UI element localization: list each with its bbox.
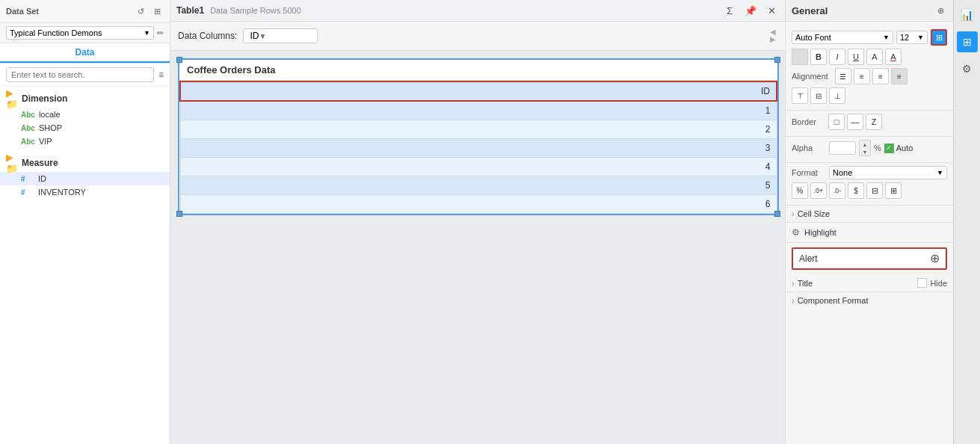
italic-btn[interactable]: I — [829, 49, 845, 65]
refresh-icon[interactable]: ↺ — [134, 4, 147, 18]
highlight-section[interactable]: ⚙ Highlight — [786, 223, 953, 243]
table-row: 3 — [180, 139, 777, 158]
border-width-btn[interactable]: — — [847, 114, 863, 130]
valign-bottom-btn[interactable]: ⊥ — [829, 87, 845, 104]
align-justify-btn[interactable]: ≡ — [891, 68, 907, 84]
settings-icon[interactable]: ⚙ — [957, 58, 978, 79]
search-input[interactable] — [6, 67, 154, 82]
check-icon: ✓ — [886, 144, 892, 152]
bold-btn[interactable]: B — [810, 49, 827, 65]
close-icon[interactable]: ✕ — [764, 3, 779, 18]
currency-btn[interactable]: $ — [848, 182, 864, 199]
cell-4: 4 — [180, 158, 777, 176]
alpha-input[interactable]: 0 — [829, 141, 856, 155]
dataset-title: Data Set — [6, 7, 39, 16]
cell-size-arrow: › — [792, 209, 795, 218]
italic-icon: I — [836, 52, 838, 61]
handle-bottom-right[interactable] — [774, 211, 780, 217]
color-a-btn[interactable]: A — [866, 49, 883, 65]
component-format-section[interactable]: › Component Format — [786, 292, 953, 309]
valign-middle-btn[interactable]: ⊟ — [810, 87, 827, 104]
align-center-btn[interactable]: ≡ — [854, 68, 870, 84]
arrow-right-icon[interactable]: ▶ — [770, 36, 776, 43]
border-style-btn[interactable]: □ — [828, 114, 845, 130]
field-locale[interactable]: Abc locale — [0, 108, 170, 121]
table-icon[interactable]: ⊞ — [957, 31, 978, 52]
vip-type-icon: Abc — [21, 138, 35, 146]
border-color-btn[interactable]: Z — [866, 114, 882, 130]
data-columns-dropdown[interactable]: ID ▼ — [243, 28, 318, 43]
num-format-row: % .0+ .0- $ ⊟ ⊞ — [792, 182, 947, 199]
align-left-btn[interactable]: ☰ — [835, 68, 851, 84]
table-format-btn[interactable]: ⊟ — [866, 182, 883, 199]
expand-format-btn[interactable]: ⊞ — [885, 182, 902, 199]
font-section: Auto Font ▼ 12 ▼ ⊞ B I U A A Alignment ☰ — [786, 26, 953, 111]
side-arrows: ◀ ▶ — [768, 25, 777, 46]
format-arrow: ▼ — [937, 169, 943, 176]
cell-3: 3 — [180, 139, 777, 158]
right-header-icons: ⊕ — [934, 4, 947, 17]
font-dropdown[interactable]: Auto Font ▼ — [792, 31, 893, 44]
dataset-grid-icon[interactable]: ⊞ — [150, 4, 164, 18]
measure-header[interactable]: ▶ 📁 Measure — [0, 154, 170, 172]
dec-decimal-btn[interactable]: .0- — [829, 182, 845, 199]
menu-icon[interactable]: ≡ — [158, 70, 164, 80]
alpha-up-btn[interactable]: ▲ — [860, 141, 870, 148]
alpha-row: Alpha 0 ▲ ▼ % ✓ Auto — [792, 140, 947, 156]
col-header-id[interactable]: ID — [180, 81, 777, 101]
dataset-name: Typical Function Demons — [10, 28, 102, 37]
field-vip[interactable]: Abc VIP — [0, 135, 170, 148]
table-layout-btn[interactable]: ⊞ — [931, 29, 947, 46]
handle-top-left[interactable] — [176, 57, 182, 63]
table-row: 4 — [180, 158, 777, 176]
id-type-icon: # — [21, 175, 34, 183]
underline-btn[interactable]: U — [848, 49, 864, 65]
handle-bottom-left[interactable] — [176, 211, 182, 217]
font-size-dropdown[interactable]: 12 ▼ — [896, 31, 928, 44]
right-panel: General ⊕ Auto Font ▼ 12 ▼ ⊞ B I — [785, 0, 953, 444]
cell-size-section[interactable]: › Cell Size — [786, 206, 953, 223]
field-shop[interactable]: Abc SHOP — [0, 121, 170, 135]
dataset-edit-icon[interactable]: ✏ — [157, 28, 164, 38]
font-row: Auto Font ▼ 12 ▼ ⊞ — [792, 29, 947, 46]
general-title: General — [792, 5, 828, 16]
align-right-btn[interactable]: ≡ — [872, 68, 889, 84]
alpha-section: Alpha 0 ▲ ▼ % ✓ Auto — [786, 137, 953, 163]
color-highlight-btn[interactable]: A — [885, 49, 902, 65]
sum-icon[interactable]: Σ — [722, 3, 737, 18]
format-value: None — [833, 168, 852, 177]
vip-field-name: VIP — [39, 137, 52, 146]
rp-nav-icon[interactable]: ⊕ — [934, 4, 947, 17]
table-container: Coffee Orders Data ID 1 2 3 4 5 6 — [170, 51, 785, 444]
text-format-row: B I U A A — [792, 49, 947, 65]
dimension-header[interactable]: ▶ 📁 Dimension — [0, 90, 170, 108]
dataset-dropdown[interactable]: Typical Function Demons ▼ — [6, 26, 154, 40]
alignment-label: Alignment — [792, 72, 828, 81]
title-section: › Title Hide — [786, 274, 953, 292]
handle-top-right[interactable] — [774, 57, 780, 63]
chart-icon[interactable]: 📊 — [957, 4, 978, 25]
locale-field-name: locale — [39, 110, 61, 119]
inc-decimal-btn[interactable]: .0+ — [810, 182, 827, 199]
alert-add-btn[interactable]: ⊕ — [930, 253, 940, 265]
hide-checkbox[interactable] — [917, 278, 927, 288]
color-bg-btn[interactable] — [792, 49, 808, 65]
alpha-spinners: ▲ ▼ — [859, 140, 871, 156]
underline-icon: U — [853, 52, 859, 61]
auto-checkbox[interactable]: ✓ — [884, 144, 894, 153]
field-id[interactable]: # ID — [0, 172, 170, 185]
table-row: 5 — [180, 176, 777, 195]
field-inventory[interactable]: # INVENTORY — [0, 185, 170, 199]
left-panel: Data Set ↺ ⊞ Typical Function Demons ▼ ✏… — [0, 0, 170, 444]
format-dropdown[interactable]: None ▼ — [829, 166, 947, 179]
title-label: Title — [798, 279, 918, 288]
valign-top-btn[interactable]: ⊤ — [792, 87, 808, 104]
alert-section: Alert ⊕ — [792, 247, 947, 270]
border-label: Border — [792, 117, 822, 126]
pct-format-btn[interactable]: % — [792, 182, 808, 199]
search-row: ≡ — [0, 64, 170, 87]
pin-icon[interactable]: 📌 — [743, 3, 758, 18]
tab-data[interactable]: Data — [0, 43, 170, 63]
component-format-label: Component Format — [798, 296, 947, 305]
alpha-down-btn[interactable]: ▼ — [860, 148, 870, 155]
